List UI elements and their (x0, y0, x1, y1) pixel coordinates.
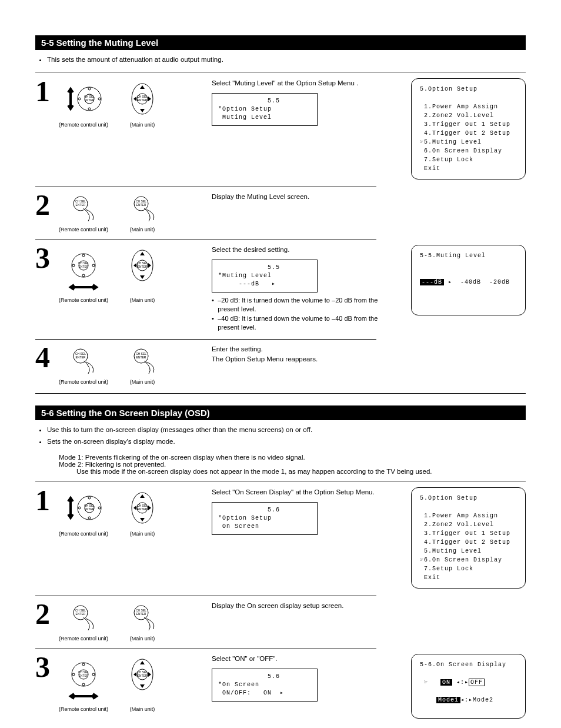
svg-marker-15 (148, 97, 151, 101)
step-55-1: 1 CH SELENTER (Remote control unit) CH S… (35, 76, 526, 184)
svg-point-50 (78, 507, 81, 509)
svg-text:ENTER: ENTER (138, 674, 148, 677)
step-number: 2 (35, 192, 59, 218)
svg-marker-14 (133, 97, 136, 101)
divider (35, 649, 376, 649)
svg-marker-36 (133, 263, 136, 268)
remote-dpad-all-icon: CH SELENTER (60, 654, 107, 704)
caption-remote: (Remote control unit) (59, 227, 108, 232)
intro-55-text: This sets the amount of attenuation at a… (47, 55, 526, 65)
svg-text:ENTER: ENTER (76, 612, 86, 616)
step-55-3: 3 CH SELENTER (Remote control unit) CH S… (35, 242, 526, 337)
svg-marker-56 (140, 494, 145, 498)
svg-text:ENTER: ENTER (138, 507, 148, 511)
osd-onscreen-display: 5-6.On Screen Display ☞ ON ◂:▸OFF Mode1◂… (411, 654, 526, 719)
remote-dpad-updown-icon: CH SELENTER (60, 78, 107, 119)
svg-point-51 (98, 507, 101, 509)
svg-point-5 (88, 108, 91, 110)
svg-text:ENTER: ENTER (138, 265, 148, 268)
svg-point-28 (72, 264, 75, 267)
caption-main: (Main unit) (130, 636, 155, 641)
svg-point-4 (88, 88, 91, 90)
svg-point-72 (72, 673, 75, 676)
svg-marker-80 (133, 672, 136, 677)
step-instruction: Display the On screen display setup scre… (212, 601, 388, 611)
divider (35, 187, 376, 187)
intro-55: This sets the amount of attenuation at a… (47, 55, 526, 65)
caption-remote: (Remote control unit) (59, 297, 108, 303)
svg-point-29 (92, 264, 95, 267)
svg-text:ENTER: ENTER (136, 203, 146, 207)
svg-marker-13 (140, 109, 145, 112)
main-enter-press-icon: CH SELENTER (125, 344, 160, 377)
divider (35, 240, 376, 240)
caption-remote: (Remote control unit) (59, 636, 108, 641)
svg-marker-12 (140, 85, 145, 89)
svg-marker-58 (133, 506, 136, 510)
main-enter-press-icon: CH SELENTER (125, 601, 160, 633)
remote-enter-press-icon: CH SELENTER (60, 192, 107, 224)
step-number: 4 (35, 344, 59, 371)
svg-point-27 (82, 274, 85, 277)
caption-main: (Main unit) (130, 531, 155, 537)
svg-text:ENTER: ENTER (79, 265, 89, 268)
remote-dpad-updown-icon: CH SELENTER (60, 487, 107, 528)
mode1-text: Mode 1: Prevents flickering of the on-sc… (59, 454, 526, 461)
lcd-display: 5.6 *Option Setup On Screen (212, 502, 318, 535)
svg-text:ENTER: ENTER (136, 355, 146, 359)
step-55-4: 4 CH SELENTER (Remote control unit) CH S… (35, 342, 526, 390)
lcd-display: 5.5 *Muting Level ---dB ▸ (212, 260, 318, 292)
svg-marker-34 (140, 252, 145, 255)
svg-marker-57 (140, 518, 145, 521)
svg-text:ENTER: ENTER (76, 355, 86, 359)
svg-marker-35 (140, 275, 145, 279)
caption-main: (Main unit) (130, 706, 155, 712)
mode2-text: Mode 2: Flickering is not prevented. (59, 461, 526, 468)
svg-marker-37 (148, 263, 151, 268)
step-instruction: Enter the setting. (212, 344, 388, 354)
divider (35, 393, 526, 394)
svg-point-71 (82, 683, 85, 686)
caption-remote: (Remote control unit) (59, 122, 108, 128)
svg-text:ENTER: ENTER (138, 98, 148, 102)
step-instruction: Select the desired setting. (212, 245, 388, 255)
divider (35, 596, 376, 596)
mode2b-text: Use this mode if the on-screen display d… (76, 468, 526, 475)
divider (35, 481, 526, 481)
divider (35, 72, 526, 72)
remote-enter-press-icon: CH SELENTER (60, 344, 107, 377)
svg-text:ENTER: ENTER (79, 674, 89, 677)
main-enter-press-icon: CH SELENTER (125, 192, 160, 224)
bullet-item: –40 dB: It is turned down the volume to … (218, 314, 388, 333)
main-dpad-all-icon: CH SELENTER (125, 654, 160, 704)
caption-main: (Main unit) (130, 297, 155, 303)
svg-point-6 (78, 98, 81, 100)
step-instruction: Select "Muting Level" at the Option Setu… (212, 78, 388, 88)
step-instruction: Select "ON" or "OFF". (212, 654, 388, 664)
section-header-55: 5-5 Setting the Muting Level (35, 35, 526, 50)
svg-marker-78 (140, 661, 145, 664)
intro-56-text1: Use this to turn the on-screen display (… (47, 425, 526, 435)
svg-point-70 (82, 663, 85, 666)
svg-point-48 (88, 497, 91, 499)
caption-remote: (Remote control unit) (59, 379, 108, 385)
step-56-3: 3 CH SELENTER (Remote control unit) CH S… (35, 651, 526, 723)
caption-remote: (Remote control unit) (59, 706, 108, 712)
step-number: 1 (35, 487, 59, 514)
main-dpad-all-icon: CH SELENTER (125, 245, 160, 295)
lcd-display: 5.5 *Option Setup Muting Level (212, 93, 318, 126)
svg-point-26 (82, 254, 85, 257)
step-instruction-2: The Option Setup Menu reappears. (212, 354, 388, 364)
caption-main: (Main unit) (130, 122, 155, 128)
svg-point-73 (92, 673, 95, 676)
intro-56-text2: Sets the on-screen display's display mod… (47, 437, 526, 447)
main-dpad-updown-icon: CH SELENTER (125, 78, 160, 119)
bullet-item: –20 dB: It is turned down the volume to … (218, 296, 388, 314)
svg-text:ENTER: ENTER (76, 203, 86, 207)
svg-point-49 (88, 517, 91, 519)
osd-option-setup-55: 5.Option Setup 1.Power Amp Assign 2.Zone… (411, 78, 526, 179)
svg-text:ENTER: ENTER (136, 612, 146, 616)
svg-text:ENTER: ENTER (85, 98, 95, 102)
divider (35, 339, 376, 340)
section-header-56: 5-6 Setting the On Screen Display (OSD) (35, 405, 526, 420)
